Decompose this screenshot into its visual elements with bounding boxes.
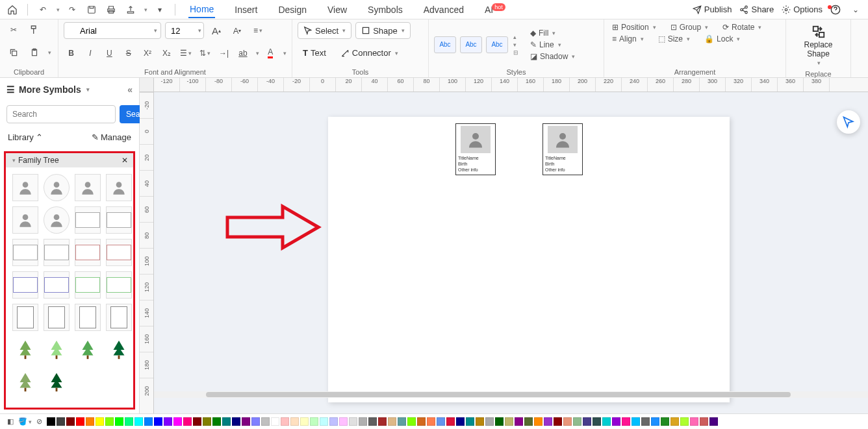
underline-icon[interactable]: U (102, 45, 117, 61)
symbol-tree3[interactable] (75, 336, 101, 363)
collapse-sidebar-icon[interactable]: « (127, 84, 133, 95)
styles-up-icon[interactable]: ▴ (513, 34, 518, 40)
symbol-card-green[interactable] (106, 271, 132, 299)
tab-advanced[interactable]: Advanced (422, 2, 465, 18)
pick-color-icon[interactable]: ◧ (4, 416, 17, 428)
color-swatch[interactable] (173, 417, 182, 426)
color-swatch[interactable] (563, 417, 572, 426)
symbol-card-red[interactable] (75, 239, 101, 266)
superscript-icon[interactable]: X² (140, 45, 155, 61)
styles-down-icon[interactable]: ▾ (513, 42, 518, 48)
symbol-tree1[interactable] (12, 336, 38, 363)
group-button[interactable]: ⊡ Group▾ (668, 22, 711, 32)
color-swatch[interactable] (193, 417, 201, 426)
copy-icon[interactable] (5, 45, 22, 60)
select-tool[interactable]: Select▾ (298, 22, 351, 39)
symbol-card-green[interactable] (75, 271, 101, 299)
color-swatch[interactable] (661, 417, 669, 426)
color-swatch[interactable] (573, 417, 581, 426)
color-swatch[interactable] (456, 417, 465, 426)
color-swatch[interactable] (134, 417, 143, 426)
symbol-card[interactable] (106, 206, 132, 234)
symbol-card-blue[interactable] (12, 271, 38, 299)
line-button[interactable]: ✎ Line▾ (528, 40, 578, 50)
color-swatch[interactable] (329, 417, 338, 426)
color-swatch[interactable] (388, 417, 396, 426)
position-button[interactable]: ⊞ Position▾ (609, 22, 659, 32)
tab-ai[interactable]: AIhot (483, 2, 508, 18)
subscript-icon[interactable]: X₂ (159, 45, 174, 61)
color-swatch[interactable] (602, 417, 611, 426)
symbol-tree2[interactable] (44, 336, 70, 363)
align-button[interactable]: ≡ Align▾ (609, 34, 646, 44)
symbol-tree6[interactable] (44, 369, 70, 396)
bold-icon[interactable]: B (64, 45, 79, 61)
color-swatch[interactable] (281, 417, 289, 426)
color-swatch[interactable] (476, 417, 484, 426)
symbol-avatar-circle[interactable] (44, 174, 70, 201)
color-swatch[interactable] (651, 417, 659, 426)
rotate-button[interactable]: ⟳ Rotate▾ (720, 22, 764, 32)
line-spacing-icon[interactable]: ⇅▾ (198, 45, 212, 61)
color-swatch[interactable] (144, 417, 153, 426)
no-fill-icon[interactable]: ⊘ (32, 416, 45, 428)
color-swatch[interactable] (203, 417, 211, 426)
color-swatch[interactable] (339, 417, 348, 426)
color-swatch[interactable] (700, 417, 708, 426)
color-swatch[interactable] (641, 417, 650, 426)
symbol-vcard[interactable] (75, 304, 101, 331)
text-tool[interactable]: TText (298, 45, 331, 62)
color-swatch[interactable] (368, 417, 377, 426)
color-swatch[interactable] (407, 417, 416, 426)
paste-icon[interactable] (26, 45, 43, 60)
panel-collapse-icon[interactable]: ▾ (12, 157, 16, 164)
symbol-card[interactable] (44, 239, 70, 266)
color-swatch[interactable] (47, 417, 55, 426)
color-swatch[interactable] (437, 417, 445, 426)
symbol-vcard[interactable] (44, 304, 70, 331)
color-swatch[interactable] (57, 417, 65, 426)
color-swatch[interactable] (690, 417, 698, 426)
clear-format-icon[interactable]: ab (235, 45, 250, 61)
tab-design[interactable]: Design (277, 2, 308, 18)
format-painter-icon[interactable] (26, 22, 43, 38)
color-swatch[interactable] (212, 417, 221, 426)
family-card-2[interactable]: TitleName Birth Other info (542, 123, 583, 175)
tab-home[interactable]: Home (188, 1, 215, 18)
manage-button[interactable]: ✎ Manage (92, 132, 131, 142)
symbol-avatar-circle[interactable] (44, 206, 70, 234)
color-swatch[interactable] (554, 417, 562, 426)
increase-font-icon[interactable]: A▴ (208, 23, 225, 38)
color-swatch[interactable] (300, 417, 309, 426)
panel-close-icon[interactable]: ✕ (121, 156, 128, 165)
color-swatch[interactable] (534, 417, 542, 426)
color-swatch[interactable] (398, 417, 406, 426)
tab-symbols[interactable]: Symbols (366, 2, 404, 18)
color-swatch[interactable] (495, 417, 504, 426)
color-swatch[interactable] (359, 417, 367, 426)
color-swatch[interactable] (232, 417, 240, 426)
color-swatch[interactable] (427, 417, 435, 426)
color-swatch[interactable] (115, 417, 123, 426)
italic-icon[interactable]: I (83, 45, 97, 61)
color-swatch[interactable] (290, 417, 299, 426)
shape-tool[interactable]: Shape▾ (355, 22, 411, 39)
color-swatch[interactable] (66, 417, 75, 426)
replace-shape-button[interactable]: Replace Shape ▾ (791, 22, 845, 69)
bullets-icon[interactable]: ☰▾ (178, 45, 193, 61)
color-swatch[interactable] (466, 417, 474, 426)
tab-view[interactable]: View (326, 2, 348, 18)
tab-insert[interactable]: Insert (233, 2, 259, 18)
fill-button[interactable]: ◆ Fill▾ (528, 28, 578, 38)
color-swatch[interactable] (446, 417, 455, 426)
color-swatch[interactable] (164, 417, 172, 426)
symbol-avatar[interactable] (12, 206, 38, 234)
canvas-page[interactable]: TitleName Birth Other info TitleName Bir… (328, 117, 730, 402)
symbol-avatar-label[interactable] (106, 174, 132, 201)
indent-icon[interactable]: →| (216, 45, 231, 61)
symbol-card-red[interactable] (106, 239, 132, 266)
style-swatch-2[interactable]: Abc (460, 36, 482, 53)
color-swatch[interactable] (612, 417, 620, 426)
symbol-tree4[interactable] (106, 336, 132, 363)
color-swatch[interactable] (86, 417, 94, 426)
